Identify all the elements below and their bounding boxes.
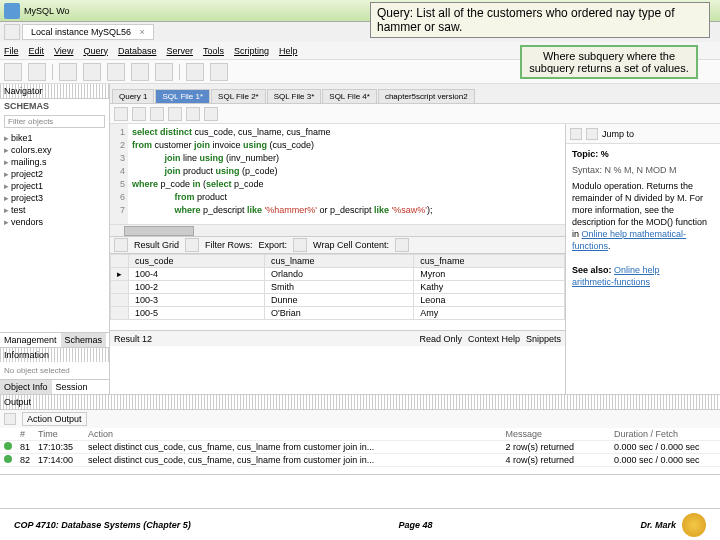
menu-server[interactable]: Server bbox=[166, 46, 193, 56]
help-syntax: Syntax: N % M, N MOD M bbox=[572, 164, 714, 176]
menu-help[interactable]: Help bbox=[279, 46, 298, 56]
scrollbar-thumb[interactable] bbox=[124, 226, 194, 236]
tab-management[interactable]: Management bbox=[0, 333, 61, 347]
execute-icon[interactable] bbox=[150, 107, 164, 121]
tab-object-info[interactable]: Object Info bbox=[0, 380, 52, 394]
help-link[interactable]: Online help mathematical-functions bbox=[572, 229, 686, 251]
result-grid-icon[interactable] bbox=[114, 238, 128, 252]
menu-edit[interactable]: Edit bbox=[29, 46, 45, 56]
help-body: Topic: % Syntax: N % M, N MOD M Modulo o… bbox=[566, 144, 720, 292]
chevron-right-icon: ▸ bbox=[4, 157, 9, 167]
tree-item[interactable]: ▸vendors bbox=[2, 216, 107, 228]
help-link[interactable]: arithmetic-functions bbox=[572, 277, 650, 287]
output-header: Output bbox=[0, 395, 720, 410]
explain-icon[interactable] bbox=[186, 107, 200, 121]
tab-schemas[interactable]: Schemas bbox=[61, 333, 107, 347]
sql-tab[interactable]: chapter5script version2 bbox=[378, 89, 475, 103]
wrap-icon[interactable] bbox=[395, 238, 409, 252]
result-grid[interactable]: cus_codecus_lnamecus_fname ▸100-4Orlando… bbox=[110, 254, 565, 330]
tree-item[interactable]: ▸project3 bbox=[2, 192, 107, 204]
output-selector[interactable]: Action Output bbox=[22, 412, 87, 426]
open-icon[interactable] bbox=[114, 107, 128, 121]
output-panel: Output Action Output #TimeActionMessageD… bbox=[0, 394, 720, 474]
horizontal-scrollbar[interactable] bbox=[110, 224, 565, 236]
output-header-row: #TimeActionMessageDuration / Fetch bbox=[0, 428, 720, 441]
sql-tab[interactable]: Query 1 bbox=[112, 89, 154, 103]
execute-step-icon[interactable] bbox=[168, 107, 182, 121]
menu-query[interactable]: Query bbox=[83, 46, 108, 56]
tb-icon[interactable] bbox=[83, 63, 101, 81]
export-label: Export: bbox=[259, 240, 288, 250]
new-sql-icon[interactable] bbox=[4, 63, 22, 81]
tb-icon[interactable] bbox=[155, 63, 173, 81]
separator bbox=[179, 64, 180, 80]
back-icon[interactable] bbox=[570, 128, 582, 140]
app-logo-icon bbox=[4, 3, 20, 19]
output-row[interactable]: 8117:10:35select distinct cus_code, cus_… bbox=[0, 441, 720, 454]
save-icon[interactable] bbox=[132, 107, 146, 121]
readonly-label: Read Only bbox=[419, 334, 462, 344]
menu-database[interactable]: Database bbox=[118, 46, 157, 56]
table-row[interactable]: 100-2SmithKathy bbox=[111, 281, 565, 294]
tb-icon[interactable] bbox=[59, 63, 77, 81]
close-icon[interactable]: × bbox=[140, 27, 145, 37]
result-grid-label: Result Grid bbox=[134, 240, 179, 250]
snippets-label[interactable]: Snippets bbox=[526, 334, 561, 344]
tree-item[interactable]: ▸colors.exy bbox=[2, 144, 107, 156]
context-help-label[interactable]: Context Help bbox=[468, 334, 520, 344]
connection-tab-label: Local instance MySQL56 bbox=[31, 27, 131, 37]
separator bbox=[52, 64, 53, 80]
wrap-label: Wrap Cell Content: bbox=[313, 240, 389, 250]
slide-left: COP 4710: Database Systems (Chapter 5) bbox=[14, 520, 191, 530]
line-gutter: 1234567 bbox=[110, 124, 128, 224]
ucf-logo-icon bbox=[682, 513, 706, 537]
filter-input[interactable]: Filter objects bbox=[4, 115, 105, 128]
open-sql-icon[interactable] bbox=[28, 63, 46, 81]
output-grid[interactable]: #TimeActionMessageDuration / Fetch 8117:… bbox=[0, 428, 720, 474]
chevron-right-icon: ▸ bbox=[4, 181, 9, 191]
chevron-right-icon: ▸ bbox=[4, 145, 9, 155]
table-row[interactable]: 100-5O'BrianAmy bbox=[111, 307, 565, 320]
table-row[interactable]: 100-3DunneLeona bbox=[111, 294, 565, 307]
tb-icon[interactable] bbox=[131, 63, 149, 81]
callout-query: Query: List all of the customers who ord… bbox=[370, 2, 710, 38]
navigator-header: Navigator bbox=[0, 84, 109, 99]
result-set-label[interactable]: Result 12 bbox=[114, 334, 152, 344]
jump-label: Jump to bbox=[602, 129, 634, 139]
menu-file[interactable]: File bbox=[4, 46, 19, 56]
sql-toolbar bbox=[110, 104, 720, 124]
tb-icon[interactable] bbox=[107, 63, 125, 81]
connection-tab[interactable]: Local instance MySQL56 × bbox=[22, 24, 154, 40]
export-icon[interactable] bbox=[293, 238, 307, 252]
tab-session[interactable]: Session bbox=[52, 380, 92, 394]
schema-tree: ▸bike1 ▸colors.exy ▸mailing.s ▸project2 … bbox=[0, 130, 109, 332]
tree-item[interactable]: ▸test bbox=[2, 204, 107, 216]
menu-view[interactable]: View bbox=[54, 46, 73, 56]
info-header: Information bbox=[0, 347, 109, 362]
sql-tab[interactable]: SQL File 2* bbox=[211, 89, 266, 103]
tb-icon[interactable] bbox=[210, 63, 228, 81]
forward-icon[interactable] bbox=[586, 128, 598, 140]
sql-wrap: 1234567 select distinct cus_code, cus_ln… bbox=[110, 124, 720, 394]
tree-item[interactable]: ▸mailing.s bbox=[2, 156, 107, 168]
main-area: Navigator SCHEMAS Filter objects ▸bike1 … bbox=[0, 84, 720, 394]
stop-icon[interactable] bbox=[204, 107, 218, 121]
sql-tab[interactable]: SQL File 4* bbox=[322, 89, 377, 103]
tb-icon[interactable] bbox=[186, 63, 204, 81]
tree-item[interactable]: ▸project1 bbox=[2, 180, 107, 192]
home-icon[interactable] bbox=[4, 24, 20, 40]
filter-icon[interactable] bbox=[185, 238, 199, 252]
help-link[interactable]: Online help bbox=[614, 265, 660, 275]
table-row[interactable]: ▸100-4OrlandoMyron bbox=[111, 268, 565, 281]
menu-tools[interactable]: Tools bbox=[203, 46, 224, 56]
tree-item[interactable]: ▸bike1 bbox=[2, 132, 107, 144]
output-row[interactable]: 8217:14:00select distinct cus_code, cus_… bbox=[0, 454, 720, 467]
tree-item[interactable]: ▸project2 bbox=[2, 168, 107, 180]
sql-tabs: Query 1 SQL File 1* SQL File 2* SQL File… bbox=[110, 84, 720, 104]
chevron-right-icon: ▸ bbox=[4, 169, 9, 179]
sql-editor[interactable]: 1234567 select distinct cus_code, cus_ln… bbox=[110, 124, 565, 224]
sql-tab[interactable]: SQL File 3* bbox=[267, 89, 322, 103]
output-icon[interactable] bbox=[4, 413, 16, 425]
menu-scripting[interactable]: Scripting bbox=[234, 46, 269, 56]
sql-tab-active[interactable]: SQL File 1* bbox=[155, 89, 210, 103]
